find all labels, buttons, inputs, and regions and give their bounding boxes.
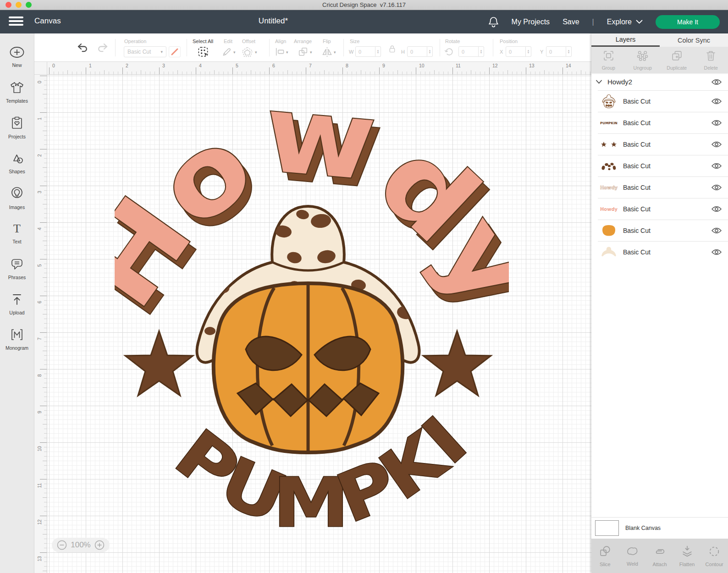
layer-row[interactable]: Basic Cut: [591, 133, 728, 155]
rotate-input[interactable]: 0: [458, 46, 479, 57]
undo-icon[interactable]: [77, 43, 88, 55]
tab-color-sync[interactable]: Color Sync: [660, 33, 728, 47]
flip-icon[interactable]: [321, 46, 333, 60]
explore-menu[interactable]: Explore: [607, 18, 643, 26]
hamburger-menu-icon[interactable]: [9, 17, 23, 27]
height-stepper[interactable]: ▲▼: [427, 46, 433, 57]
sidebar-item-images[interactable]: Images: [0, 181, 34, 216]
save-link[interactable]: Save: [563, 18, 579, 26]
tab-layers[interactable]: Layers: [591, 33, 660, 47]
arrange-caret-icon[interactable]: ▾: [310, 50, 312, 55]
weld-label: Weld: [627, 561, 638, 567]
arrange-icon[interactable]: [298, 46, 309, 59]
blank-canvas-row[interactable]: Blank Canvas: [591, 517, 728, 539]
group-button[interactable]: Group: [591, 47, 626, 73]
offset-caret-icon[interactable]: ▾: [255, 50, 257, 55]
offset-icon[interactable]: [242, 46, 253, 60]
sidebar-item-text[interactable]: T Text: [0, 216, 34, 251]
layer-row[interactable]: Basic Cut: [591, 155, 728, 176]
zoom-out-icon[interactable]: [57, 540, 67, 550]
maximize-window-button[interactable]: [26, 2, 32, 8]
layer-group-header[interactable]: Howdy2: [591, 73, 728, 90]
layer-row[interactable]: Basic Cut: [591, 220, 728, 241]
layer-visibility-eye-icon[interactable]: [711, 206, 722, 212]
weld-button[interactable]: Weld: [619, 539, 646, 573]
make-it-button[interactable]: Make It: [656, 15, 720, 29]
operation-select[interactable]: Basic Cut ▾: [124, 46, 166, 57]
layer-row[interactable]: PUMPKIN Basic Cut: [591, 112, 728, 133]
flatten-button[interactable]: Flatten: [673, 539, 701, 573]
slice-button[interactable]: Slice: [591, 539, 619, 573]
align-caret-icon[interactable]: ▾: [286, 50, 288, 55]
canvas-area: 01234567891011121314 012345678910111213 …: [34, 62, 591, 573]
minimize-window-button[interactable]: [16, 2, 22, 8]
sidebar-item-shapes[interactable]: Shapes: [0, 145, 34, 181]
contour-button[interactable]: Contour: [700, 539, 728, 573]
duplicate-button[interactable]: Duplicate: [660, 47, 694, 73]
redo-icon[interactable]: [97, 43, 109, 55]
edit-pencil-icon[interactable]: [221, 47, 232, 59]
select-all-label: Select All: [193, 39, 213, 44]
group-visibility-eye-icon[interactable]: [711, 79, 722, 85]
group-icon: [602, 50, 615, 64]
notifications-bell-icon[interactable]: [488, 16, 499, 28]
my-projects-link[interactable]: My Projects: [512, 18, 550, 26]
layer-row[interactable]: Howdy Basic Cut: [591, 198, 728, 220]
width-input[interactable]: 0: [355, 46, 375, 57]
zoom-in-icon[interactable]: [94, 540, 105, 550]
canvas-artwork[interactable]: Howdy Howdy: [115, 83, 509, 541]
sidebar-item-templates[interactable]: Templates: [0, 75, 34, 110]
star-left[interactable]: [125, 331, 193, 396]
align-label: Align: [275, 39, 286, 44]
close-window-button[interactable]: [6, 2, 11, 8]
svg-text:Howdy: Howdy: [600, 185, 618, 190]
chevron-down-icon[interactable]: [596, 79, 602, 84]
x-input[interactable]: 0: [506, 46, 526, 57]
align-icon[interactable]: [275, 47, 285, 58]
flip-label: Flip: [323, 39, 331, 44]
sidebar-item-projects[interactable]: Projects: [0, 110, 34, 145]
layer-row[interactable]: Basic Cut: [591, 90, 728, 112]
ungroup-button[interactable]: Ungroup: [626, 47, 660, 73]
layer-visibility-eye-icon[interactable]: [711, 249, 722, 255]
y-stepper[interactable]: ▲▼: [566, 46, 572, 57]
sidebar-item-monogram[interactable]: Monogram: [0, 322, 34, 357]
left-sidebar: New Templates Projects Shapes Images T T…: [0, 33, 34, 573]
layer-visibility-eye-icon[interactable]: [711, 120, 722, 126]
edit-caret-icon[interactable]: ▾: [233, 50, 236, 55]
slice-label: Slice: [600, 562, 611, 567]
document-title[interactable]: Untitled*: [259, 17, 288, 26]
sidebar-item-label: Text: [12, 239, 21, 244]
rotate-stepper[interactable]: ▲▼: [479, 46, 484, 57]
operation-color-swatch[interactable]: [169, 46, 181, 57]
ruler-corner: [34, 62, 47, 75]
jack-o-lantern-pumpkin[interactable]: [214, 283, 403, 452]
svg-text:Howdy: Howdy: [600, 207, 618, 212]
width-stepper[interactable]: ▲▼: [375, 46, 381, 57]
layer-row[interactable]: Basic Cut: [591, 241, 728, 263]
sidebar-item-new[interactable]: New: [0, 39, 34, 75]
rotate-icon[interactable]: [444, 47, 454, 59]
position-label: Position: [500, 39, 518, 44]
layer-visibility-eye-icon[interactable]: [711, 227, 722, 234]
x-label: X: [500, 49, 503, 55]
x-stepper[interactable]: ▲▼: [526, 46, 531, 57]
sidebar-item-phrases[interactable]: Phrases: [0, 251, 34, 286]
svg-text:T: T: [13, 223, 21, 235]
y-input[interactable]: 0: [546, 46, 566, 57]
lock-aspect-icon[interactable]: [388, 44, 396, 55]
delete-button[interactable]: Delete: [694, 47, 728, 73]
layer-visibility-eye-icon[interactable]: [711, 184, 722, 191]
select-all-icon[interactable]: [197, 46, 210, 60]
layer-row[interactable]: Howdy Basic Cut: [591, 176, 728, 198]
layer-visibility-eye-icon[interactable]: [711, 141, 722, 148]
flip-caret-icon[interactable]: ▾: [334, 50, 336, 55]
layer-visibility-eye-icon[interactable]: [711, 98, 722, 105]
star-right[interactable]: [423, 331, 491, 396]
arrange-label: Arrange: [294, 39, 312, 44]
circle-plus-icon: [9, 46, 25, 60]
layer-visibility-eye-icon[interactable]: [711, 163, 722, 169]
height-input[interactable]: 0: [407, 46, 427, 57]
attach-button[interactable]: Attach: [646, 539, 673, 573]
sidebar-item-upload[interactable]: Upload: [0, 286, 34, 322]
